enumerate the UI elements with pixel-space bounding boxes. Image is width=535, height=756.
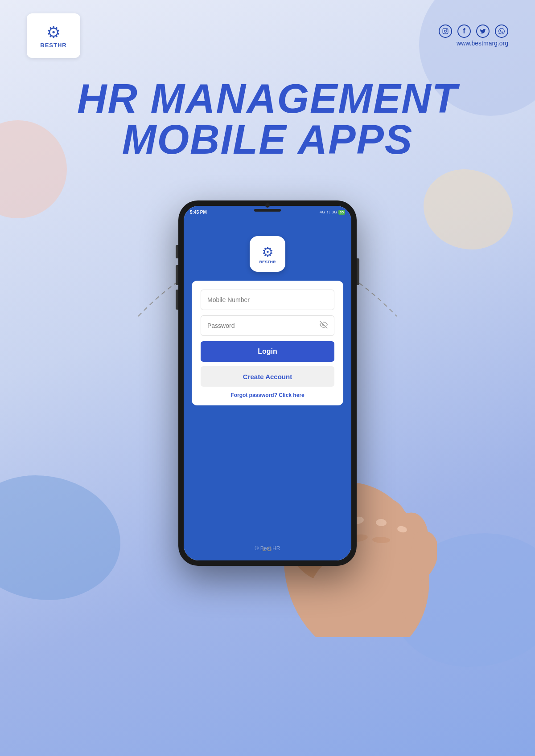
status-time: 5:45 PM xyxy=(190,210,207,215)
header-right: f www.bestmarg.org xyxy=(439,25,508,47)
social-icons: f xyxy=(439,25,508,38)
logo: ⚙ BESTHR xyxy=(27,13,80,58)
phone-screen-inner: 5:45 PM 4G ↑↓ 3G 35 ⚙ BESTHR xyxy=(184,206,351,560)
logo-gear-icon: ⚙ xyxy=(46,23,61,42)
eye-toggle-icon[interactable] xyxy=(320,321,328,331)
click-here-link[interactable]: Click here xyxy=(279,392,304,398)
twitter-icon[interactable] xyxy=(476,25,490,38)
phone-screen-content: ⚙ BESTHR xyxy=(184,218,351,560)
hero-title: HR MANAGEMENT MOBILE APPS xyxy=(0,78,535,160)
whatsapp-icon[interactable] xyxy=(495,25,508,38)
login-card: Login Create Account Forgot password? Cl… xyxy=(192,281,343,405)
password-field[interactable] xyxy=(201,315,334,336)
phone-mockup: 5:45 PM 4G ↑↓ 3G 35 ⚙ BESTHR xyxy=(169,200,366,584)
header: ⚙ BESTHR f xyxy=(0,13,535,58)
main-title: HR MANAGEMENT MOBILE APPS xyxy=(0,78,535,160)
bg-decoration-left xyxy=(0,475,120,600)
app-gear-icon: ⚙ xyxy=(262,244,274,260)
app-logo-box: ⚙ BESTHR xyxy=(250,236,285,272)
phone-body: 5:45 PM 4G ↑↓ 3G 35 ⚙ BESTHR xyxy=(178,200,357,566)
mobile-number-field[interactable] xyxy=(201,290,334,310)
create-account-button[interactable]: Create Account xyxy=(201,366,334,387)
forgot-password-text: Forgot password? Click here xyxy=(201,392,334,398)
website-url: www.bestmarg.org xyxy=(439,40,508,47)
app-logo-text: BESTHR xyxy=(259,260,276,264)
instagram-icon[interactable] xyxy=(439,25,452,38)
svg-rect-18 xyxy=(317,610,406,637)
svg-point-1 xyxy=(444,30,447,33)
app-logo-container: ⚙ BESTHR xyxy=(250,236,285,272)
bg-decoration-peach xyxy=(424,169,513,249)
facebook-icon[interactable]: f xyxy=(457,25,471,38)
login-button[interactable]: Login xyxy=(201,341,334,362)
svg-rect-0 xyxy=(443,29,448,34)
mobile-number-input[interactable] xyxy=(207,296,328,303)
logo-text: BESTHR xyxy=(40,42,66,49)
battery-indicator: 35 xyxy=(338,210,345,215)
svg-point-2 xyxy=(447,29,447,30)
phone-footer: © Best HR xyxy=(184,405,351,560)
password-input[interactable] xyxy=(207,322,320,329)
status-indicators: 4G ↑↓ 3G 35 xyxy=(320,210,345,215)
phone-brand-text: LG xyxy=(262,545,272,552)
